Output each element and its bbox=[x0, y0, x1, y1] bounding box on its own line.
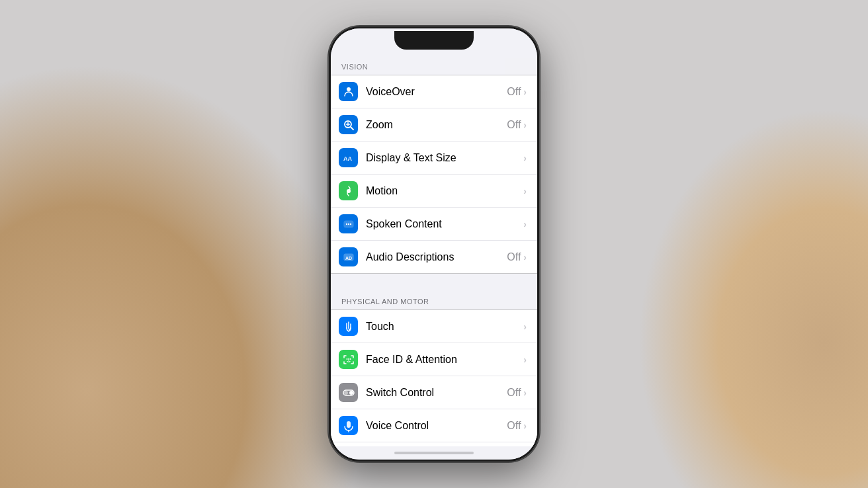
vision-section-header: VISION bbox=[331, 58, 537, 75]
zoom-icon bbox=[339, 115, 358, 134]
iphone-screen: VISION VoiceOver Off › bbox=[331, 28, 537, 460]
svg-text:AD: AD bbox=[345, 256, 352, 261]
home-indicator-bar bbox=[331, 446, 537, 460]
svg-point-10 bbox=[349, 223, 351, 224]
voiceover-row[interactable]: VoiceOver Off › bbox=[331, 75, 537, 108]
audio-descriptions-icon: AD bbox=[339, 247, 358, 266]
display-text-size-icon: AA bbox=[339, 148, 358, 167]
svg-rect-19 bbox=[347, 421, 351, 428]
svg-text:AA: AA bbox=[343, 155, 352, 162]
settings-content: VISION VoiceOver Off › bbox=[331, 58, 537, 446]
touch-row[interactable]: Touch › bbox=[331, 310, 537, 343]
physical-section-header: PHYSICAL AND MOTOR bbox=[331, 292, 537, 309]
zoom-label: Zoom bbox=[366, 119, 507, 131]
svg-point-9 bbox=[347, 223, 349, 224]
voiceover-value: Off bbox=[507, 86, 521, 98]
motion-icon bbox=[339, 181, 358, 200]
touch-chevron: › bbox=[523, 321, 527, 332]
physical-label: PHYSICAL AND MOTOR bbox=[341, 298, 429, 305]
display-text-size-chevron: › bbox=[523, 153, 527, 163]
motion-chevron: › bbox=[523, 186, 527, 196]
svg-point-14 bbox=[349, 358, 351, 360]
voiceover-icon bbox=[339, 82, 358, 101]
audio-descriptions-value: Off bbox=[507, 251, 521, 263]
zoom-row[interactable]: Zoom Off › bbox=[331, 108, 537, 142]
iphone-device: VISION VoiceOver Off › bbox=[328, 26, 540, 462]
status-bar bbox=[331, 28, 537, 58]
svg-line-2 bbox=[351, 127, 353, 130]
voice-control-row[interactable]: Voice Control Off › bbox=[331, 409, 537, 442]
display-text-size-row[interactable]: AA Display & Text Size › bbox=[331, 142, 537, 175]
voice-control-value: Off bbox=[507, 420, 521, 432]
spoken-content-icon bbox=[339, 214, 358, 233]
switch-control-row[interactable]: Switch Control Off › bbox=[331, 376, 537, 409]
svg-rect-17 bbox=[344, 391, 348, 395]
voice-control-label: Voice Control bbox=[366, 420, 507, 432]
switch-control-value: Off bbox=[507, 387, 521, 399]
switch-control-label: Switch Control bbox=[366, 387, 507, 399]
home-indicator bbox=[394, 452, 474, 454]
physical-group: Touch › bbox=[331, 309, 537, 446]
spoken-content-label: Spoken Content bbox=[366, 218, 523, 230]
motion-row[interactable]: Motion › bbox=[331, 175, 537, 208]
voice-control-icon bbox=[339, 416, 358, 435]
voice-control-chevron: › bbox=[523, 421, 527, 431]
spacer-1 bbox=[331, 274, 537, 292]
zoom-value: Off bbox=[507, 119, 521, 131]
audio-descriptions-row[interactable]: AD Audio Descriptions Off › bbox=[331, 241, 537, 273]
notch bbox=[394, 31, 474, 50]
display-text-size-label: Display & Text Size bbox=[366, 152, 523, 164]
vision-label: VISION bbox=[341, 63, 368, 71]
face-id-label: Face ID & Attention bbox=[366, 354, 523, 366]
svg-rect-18 bbox=[349, 391, 353, 395]
face-id-chevron: › bbox=[523, 354, 527, 365]
voiceover-chevron: › bbox=[523, 87, 527, 97]
face-id-icon bbox=[339, 350, 358, 369]
face-id-row[interactable]: Face ID & Attention › bbox=[331, 343, 537, 376]
touch-label: Touch bbox=[366, 321, 523, 333]
svg-point-0 bbox=[347, 87, 351, 91]
audio-descriptions-label: Audio Descriptions bbox=[366, 251, 507, 263]
spoken-content-row[interactable]: Spoken Content › bbox=[331, 208, 537, 241]
svg-point-13 bbox=[346, 358, 347, 360]
audio-descriptions-chevron: › bbox=[523, 252, 527, 263]
touch-icon bbox=[339, 317, 358, 336]
svg-point-8 bbox=[345, 223, 347, 224]
voiceover-label: VoiceOver bbox=[366, 86, 507, 98]
switch-control-icon bbox=[339, 383, 358, 402]
zoom-chevron: › bbox=[523, 120, 527, 130]
vision-group: VoiceOver Off › Zoom Off bbox=[331, 75, 537, 274]
motion-label: Motion bbox=[366, 185, 523, 197]
spoken-content-chevron: › bbox=[523, 219, 527, 229]
switch-control-chevron: › bbox=[523, 387, 527, 398]
